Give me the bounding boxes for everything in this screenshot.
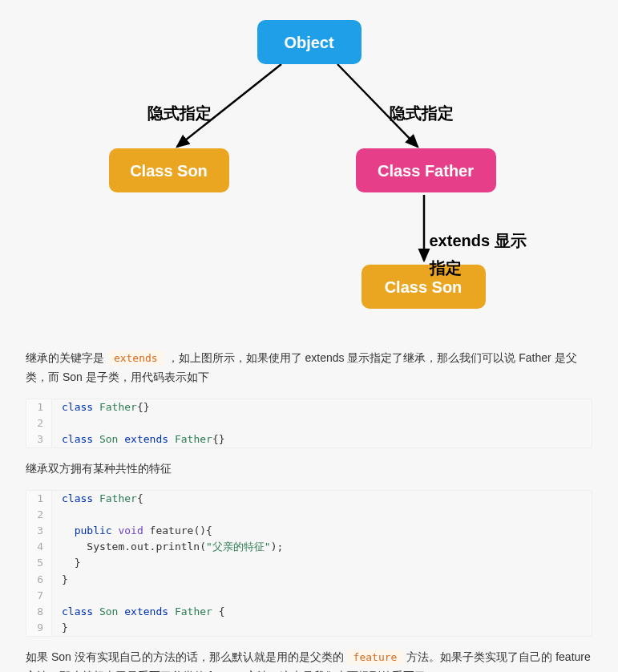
paragraph-1: 继承的关键字是 extends ，如上图所示，如果使用了 extends 显示指… <box>26 349 592 387</box>
object-box: Object <box>257 20 362 64</box>
para1-pre: 继承的关键字是 <box>26 351 107 364</box>
code-block-1: 1class Father{}23class Son extends Fathe… <box>26 399 592 448</box>
extends-label: extends 显示指定 <box>430 227 534 281</box>
paragraph-3: 如果 Son 没有实现自己的方法的话，那么默认就是用的是父类的 feature … <box>26 648 592 672</box>
implicit-label-right: 隐式指定 <box>390 99 454 127</box>
extends-keyword-inline: extends <box>107 350 164 366</box>
paragraph-2: 继承双方拥有某种共性的特征 <box>26 459 592 479</box>
class-son-box-top: Class Son <box>109 148 229 192</box>
para3-pre: 如果 Son 没有实现自己的方法的话，那么默认就是用的是父类的 <box>26 650 347 663</box>
implicit-label-left: 隐式指定 <box>147 99 212 127</box>
feature-keyword-inline: feature <box>347 650 404 665</box>
inheritance-diagram: Object Class Son Class Father Class Son … <box>85 20 534 333</box>
class-father-box: Class Father <box>356 148 496 192</box>
code-block-2: 1class Father{23 public void feature(){4… <box>26 490 592 637</box>
